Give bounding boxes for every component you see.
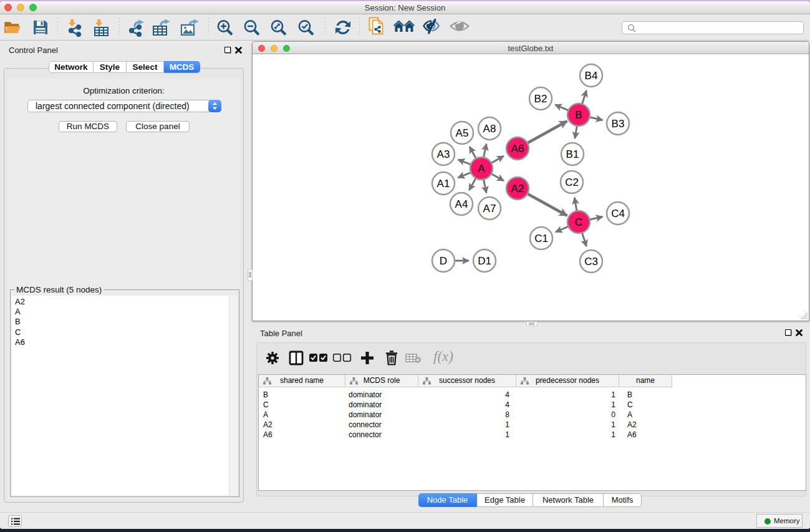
svg-text:A7: A7 [483, 203, 496, 215]
svg-text:C: C [575, 216, 582, 228]
svg-text:B1: B1 [566, 148, 579, 160]
svg-text:A8: A8 [483, 123, 496, 135]
svg-text:C4: C4 [611, 208, 625, 220]
svg-text:D: D [440, 255, 447, 267]
svg-text:B: B [575, 109, 582, 121]
svg-text:B4: B4 [585, 70, 598, 82]
svg-text:A4: A4 [455, 198, 468, 210]
svg-text:B2: B2 [534, 93, 547, 105]
svg-text:C3: C3 [584, 256, 598, 268]
svg-text:B3: B3 [612, 118, 625, 130]
svg-text:A5: A5 [456, 127, 469, 139]
svg-text:A: A [478, 163, 485, 175]
svg-text:A3: A3 [437, 148, 450, 160]
svg-text:C1: C1 [534, 233, 548, 244]
svg-text:A1: A1 [437, 178, 450, 190]
svg-text:D1: D1 [478, 255, 491, 267]
svg-text:A6: A6 [511, 143, 524, 155]
svg-text:C2: C2 [565, 177, 579, 188]
svg-text:A2: A2 [511, 183, 524, 195]
